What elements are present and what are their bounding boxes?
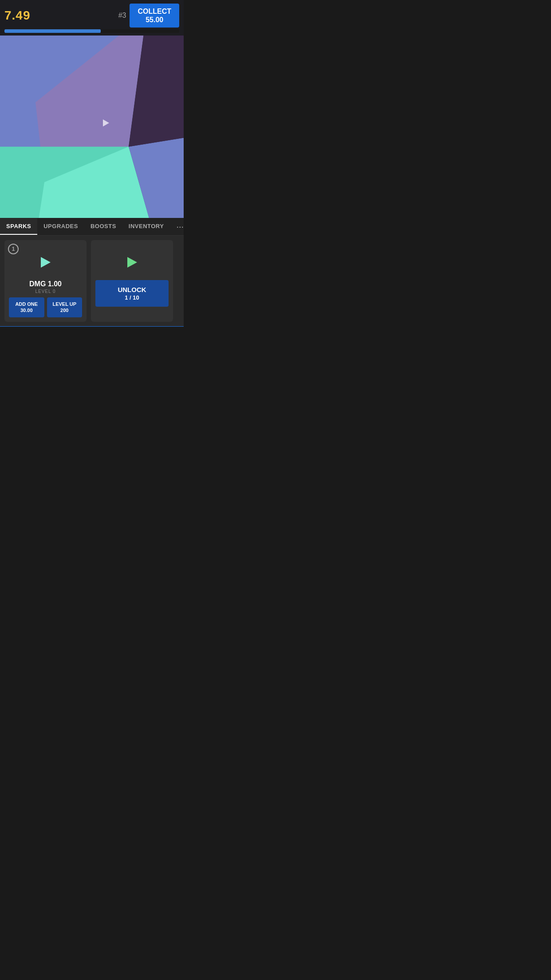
tab-sparks[interactable]: SPARKS	[0, 218, 37, 235]
more-button[interactable]: ···	[170, 218, 184, 235]
spark-card-1: 1 DMG 1.00 LEVEL 0 ADD ONE30.00 LEVEL UP…	[4, 240, 87, 322]
bottom-action-bar[interactable]	[0, 326, 184, 327]
score-row: 7.49 #3 COLLECT 55.00	[4, 4, 179, 28]
add-one-button[interactable]: ADD ONE30.00	[9, 297, 44, 317]
unlock-button[interactable]: UNLOCK 1 / 10	[95, 280, 169, 307]
card-actions-1: ADD ONE30.00 LEVEL UP200	[9, 297, 82, 317]
collect-button[interactable]: COLLECT 55.00	[130, 4, 179, 28]
tabs-bar: SPARKS UPGRADES BOOSTS INVENTORY ···	[0, 218, 184, 236]
card-badge-1: 1	[8, 244, 19, 254]
rank-collect-row: #3 COLLECT 55.00	[118, 4, 179, 28]
game-svg	[0, 36, 184, 218]
level-up-button[interactable]: LEVEL UP200	[47, 297, 83, 317]
rank-display: #3	[118, 12, 126, 20]
score-display: 7.49	[4, 8, 31, 23]
game-viewport[interactable]	[0, 36, 184, 218]
tab-inventory[interactable]: INVENTORY	[122, 218, 170, 235]
spark-card-2: UNLOCK 1 / 10	[91, 240, 173, 322]
spark-arrow-icon-2	[127, 257, 137, 268]
top-hud: 7.49 #3 COLLECT 55.00	[0, 0, 184, 36]
card-title-1: DMG 1.00	[9, 280, 82, 288]
card-icon-area-1	[9, 245, 82, 280]
game-background	[0, 36, 184, 218]
card-icon-area-2	[95, 245, 169, 280]
cards-container: 1 DMG 1.00 LEVEL 0 ADD ONE30.00 LEVEL UP…	[0, 236, 184, 326]
bottom-panel: SPARKS UPGRADES BOOSTS INVENTORY ··· 1 D…	[0, 218, 184, 327]
card-subtitle-1: LEVEL 0	[9, 289, 82, 294]
game-cursor-arrow	[103, 119, 109, 126]
spark-arrow-icon-1	[41, 257, 51, 268]
progress-bar-background	[4, 29, 179, 33]
tab-upgrades[interactable]: UPGRADES	[37, 218, 84, 235]
progress-bar-fill	[4, 29, 101, 33]
tab-boosts[interactable]: BOOSTS	[84, 218, 122, 235]
